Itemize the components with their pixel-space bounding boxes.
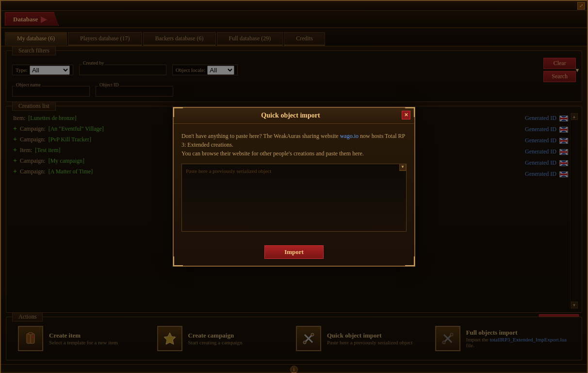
modal-body: Don't have anything to paste here? The W… (174, 124, 414, 241)
modal-corner-bl (173, 256, 183, 266)
modal-footer: Import (174, 241, 414, 266)
import-button[interactable]: Import (264, 245, 324, 259)
modal-description: Don't have anything to paste here? The W… (181, 132, 407, 158)
wago-link[interactable]: wago.io (340, 133, 359, 139)
modal-scroll-down-button[interactable]: ▼ (399, 164, 406, 170)
modal-header: Quick object import ✕ (174, 108, 414, 124)
import-textarea[interactable] (181, 164, 407, 232)
modal-desc-text3: You can browse their website for other p… (181, 150, 364, 157)
modal-corner-br (405, 256, 415, 266)
modal-title: Quick object import (261, 112, 320, 119)
modal-scrollbar: ▲ ▼ (399, 164, 406, 171)
modal-overlay[interactable]: Quick object import ✕ Don't have anythin… (1, 1, 587, 372)
modal-desc-text1: Don't have anything to paste here? The W… (181, 133, 340, 139)
modal-close-button[interactable]: ✕ (402, 111, 410, 119)
modal-corner-tl (173, 107, 183, 117)
main-window: ⤢ Database ▶ My database (6) Players dat… (0, 0, 588, 373)
quick-import-modal: Quick object import ✕ Don't have anythin… (173, 107, 415, 267)
modal-textarea-wrap: ▲ ▼ (181, 164, 407, 234)
